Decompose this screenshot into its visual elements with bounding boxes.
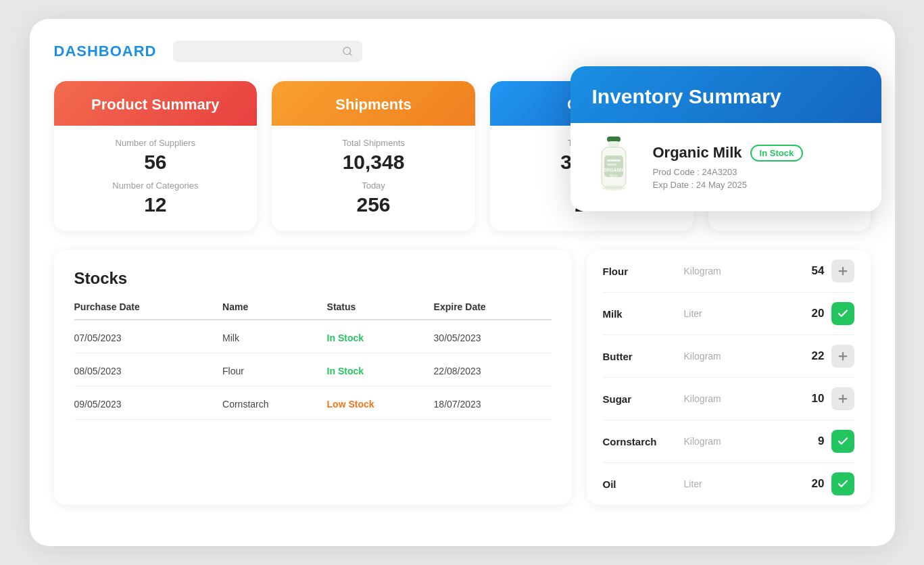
cell-name: Flour <box>222 353 327 387</box>
dashboard-container: DASHBOARD Product Summary Number of Supp… <box>30 19 895 546</box>
product-card: ORGANIC MILK Organic Milk In Stock Prod … <box>570 123 881 212</box>
categories-label: Number of Categories <box>70 180 241 191</box>
stocks-section: Stocks Purchase Date Name Status Expire … <box>54 250 572 505</box>
inventory-item-name: Flour <box>603 266 677 277</box>
inventory-item-unit: Liter <box>684 308 791 319</box>
inventory-action-button[interactable] <box>831 345 854 368</box>
add-icon <box>837 265 849 277</box>
cell-name: Milk <box>222 320 327 353</box>
cell-status: In Stock <box>327 353 434 387</box>
cell-status: Low Stock <box>327 387 434 420</box>
inventory-row: Flour Kilogram 54 <box>603 250 854 293</box>
dashboard-title: DASHBOARD <box>54 43 157 60</box>
shipments-body: Total Shipments 10,348 Today 256 <box>272 126 475 231</box>
inventory-item-name: Cornstarch <box>603 436 677 447</box>
shipments-today-value: 256 <box>288 193 459 216</box>
inventory-item-unit: Liter <box>684 478 791 489</box>
header: DASHBOARD <box>54 41 871 62</box>
inventory-item-qty: 22 <box>798 349 825 363</box>
inventory-item-unit: Kilogram <box>684 436 791 447</box>
inventory-row: Butter Kilogram 22 <box>603 335 854 378</box>
inventory-action-button[interactable] <box>831 472 854 495</box>
main-content: Stocks Purchase Date Name Status Expire … <box>54 250 871 505</box>
product-summary-header: Product Summary <box>54 81 258 126</box>
suppliers-value: 56 <box>70 151 241 174</box>
inventory-item-qty: 54 <box>798 264 825 278</box>
inventory-row: Milk Liter 20 <box>603 293 854 335</box>
inventory-summary-header: Inventory Summary <box>570 66 881 123</box>
inventory-summary-title: Inventory Summary <box>592 85 860 108</box>
product-image: ORGANIC MILK <box>587 137 641 197</box>
stocks-table: Purchase Date Name Status Expire Date 07… <box>74 301 552 420</box>
cell-expire-date: 22/08/2023 <box>434 353 552 387</box>
categories-value: 12 <box>70 193 241 216</box>
inventory-item-unit: Kilogram <box>684 266 791 276</box>
inventory-item-name: Oil <box>603 478 677 490</box>
svg-text:MILK: MILK <box>610 174 618 178</box>
inventory-action-button[interactable] <box>831 260 854 282</box>
cell-purchase-date: 07/05/2023 <box>74 320 223 353</box>
cell-purchase-date: 08/05/2023 <box>74 353 223 387</box>
shipments-card: Shipments Total Shipments 10,348 Today 2… <box>272 81 475 231</box>
shipments-header: Shipments <box>272 81 475 126</box>
svg-line-1 <box>349 53 351 55</box>
search-bar[interactable] <box>173 41 362 62</box>
shipments-title: Shipments <box>288 96 459 114</box>
inventory-action-button[interactable] <box>831 302 854 325</box>
col-purchase-date: Purchase Date <box>74 301 223 320</box>
product-name: Organic Milk In Stock <box>653 144 865 162</box>
add-icon <box>837 393 849 405</box>
product-code: Prod Code : 24A3203 <box>653 167 865 177</box>
inventory-item-unit: Kilogram <box>684 393 791 404</box>
suppliers-label: Number of Suppliers <box>70 138 241 148</box>
inventory-summary-overlay: Inventory Summary <box>570 66 881 212</box>
svg-text:ORGANIC: ORGANIC <box>602 168 625 172</box>
inventory-row: Oil Liter 20 <box>603 463 854 505</box>
cell-name: Cornstarch <box>222 387 327 420</box>
check-icon <box>837 478 849 490</box>
table-row: 08/05/2023 Flour In Stock 22/08/2023 <box>74 353 552 387</box>
inventory-row: Sugar Kilogram 10 <box>603 378 854 420</box>
svg-rect-13 <box>607 164 616 166</box>
col-expire-date: Expire Date <box>434 301 552 320</box>
product-summary-body: Number of Suppliers 56 Number of Categor… <box>54 126 258 231</box>
milk-bottle-icon: ORGANIC MILK <box>595 137 633 197</box>
inventory-item-name: Butter <box>603 351 677 362</box>
check-icon <box>837 435 849 447</box>
product-exp-date: Exp Date : 24 May 2025 <box>653 180 865 190</box>
total-shipments-value: 10,348 <box>288 151 459 174</box>
product-summary-card: Product Summary Number of Suppliers 56 N… <box>54 81 258 231</box>
table-row: 07/05/2023 Milk In Stock 30/05/2023 <box>74 320 552 353</box>
inventory-action-button[interactable] <box>831 430 854 453</box>
col-name: Name <box>222 301 327 320</box>
search-icon <box>342 46 353 57</box>
inventory-action-button[interactable] <box>831 387 854 410</box>
inventory-item-name: Sugar <box>603 393 677 405</box>
inventory-item-unit: Kilogram <box>684 351 791 362</box>
svg-point-16 <box>602 185 626 191</box>
product-summary-title: Product Summary <box>70 96 241 114</box>
cell-status: In Stock <box>327 320 434 353</box>
add-icon <box>837 350 849 362</box>
inventory-item-qty: 20 <box>798 477 825 491</box>
in-stock-badge: In Stock <box>750 145 804 162</box>
inventory-item-name: Milk <box>603 308 677 320</box>
col-status: Status <box>327 301 434 320</box>
inventory-summary-body: ORGANIC MILK Organic Milk In Stock Prod … <box>570 123 881 212</box>
shipments-today-label: Today <box>288 180 459 191</box>
inventory-item-qty: 10 <box>798 392 825 406</box>
stocks-title: Stocks <box>74 269 552 288</box>
product-info: Organic Milk In Stock Prod Code : 24A320… <box>653 144 865 190</box>
inventory-list: Flour Kilogram 54 Milk Liter 20 Butter K… <box>587 250 871 505</box>
cell-expire-date: 18/07/2023 <box>434 387 552 420</box>
inventory-item-qty: 9 <box>798 435 825 448</box>
inventory-item-qty: 20 <box>798 307 825 320</box>
cell-purchase-date: 09/05/2023 <box>74 387 223 420</box>
inventory-row: Cornstarch Kilogram 9 <box>603 420 854 463</box>
search-input[interactable] <box>183 46 337 57</box>
inventory-section: Flour Kilogram 54 Milk Liter 20 Butter K… <box>587 250 871 505</box>
table-row: 09/05/2023 Cornstarch Low Stock 18/07/20… <box>74 387 552 420</box>
cell-expire-date: 30/05/2023 <box>434 320 552 353</box>
svg-rect-8 <box>607 137 621 142</box>
svg-rect-12 <box>607 159 621 162</box>
